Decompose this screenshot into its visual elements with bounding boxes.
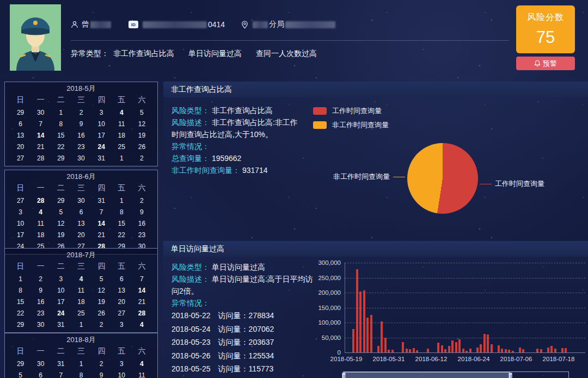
calendar-day[interactable]: 29 bbox=[10, 107, 30, 118]
calendar-day[interactable]: 18 bbox=[112, 129, 132, 141]
calendar-day[interactable]: 15 bbox=[112, 218, 132, 229]
calendar-day[interactable]: 4 bbox=[71, 273, 91, 284]
calendar-day[interactable]: 2 bbox=[71, 107, 91, 118]
calendar-day[interactable]: 6 bbox=[30, 369, 51, 378]
calendar-day[interactable]: 28 bbox=[30, 152, 51, 164]
calendar-day[interactable]: 2 bbox=[132, 152, 152, 164]
calendar-day[interactable]: 22 bbox=[112, 229, 132, 240]
calendar-day[interactable]: 5 bbox=[91, 273, 112, 284]
calendar-day[interactable]: 13 bbox=[112, 284, 132, 296]
datazoom-handle-left[interactable] bbox=[342, 373, 346, 378]
calendar-day[interactable]: 23 bbox=[71, 141, 91, 152]
calendar-day[interactable]: 16 bbox=[30, 296, 51, 307]
calendar-day[interactable]: 7 bbox=[132, 273, 152, 284]
calendar-day[interactable]: 6 bbox=[71, 206, 91, 218]
calendar-day[interactable]: 23 bbox=[132, 229, 152, 240]
calendar-day[interactable]: 31 bbox=[91, 195, 112, 206]
calendar-day[interactable]: 26 bbox=[91, 307, 112, 319]
calendar-day[interactable]: 5 bbox=[51, 206, 71, 218]
calendar-day[interactable]: 9 bbox=[30, 284, 51, 296]
calendar-day[interactable]: 1 bbox=[71, 358, 91, 369]
calendar-day[interactable]: 24 bbox=[91, 141, 112, 152]
calendar-day[interactable]: 21 bbox=[91, 229, 112, 240]
calendar-day[interactable]: 11 bbox=[112, 118, 132, 129]
calendar-day[interactable]: 2 bbox=[91, 319, 112, 330]
calendar-day[interactable]: 28 bbox=[132, 307, 152, 319]
calendar-day[interactable]: 12 bbox=[51, 218, 71, 229]
datazoom-selection[interactable] bbox=[344, 372, 510, 378]
calendar-day[interactable]: 27 bbox=[112, 307, 132, 319]
calendar-day[interactable]: 4 bbox=[132, 358, 152, 369]
alert-warning-button[interactable]: 预警 bbox=[516, 57, 575, 70]
calendar-day[interactable]: 31 bbox=[91, 152, 112, 164]
calendar-day[interactable]: 2 bbox=[91, 358, 112, 369]
calendar-day[interactable]: 30 bbox=[30, 107, 51, 118]
calendar-day[interactable]: 2 bbox=[132, 195, 152, 206]
calendar-day[interactable]: 1 bbox=[112, 152, 132, 164]
calendar-day[interactable]: 7 bbox=[30, 118, 51, 129]
calendar-day[interactable]: 4 bbox=[112, 107, 132, 118]
calendar-day[interactable]: 10 bbox=[51, 284, 71, 296]
calendar-day[interactable]: 29 bbox=[51, 195, 71, 206]
calendar-day[interactable]: 8 bbox=[112, 206, 132, 218]
calendar-day[interactable]: 1 bbox=[10, 273, 30, 284]
calendar-day[interactable]: 21 bbox=[132, 296, 152, 307]
calendar-day[interactable]: 14 bbox=[30, 129, 51, 141]
datazoom-slider[interactable] bbox=[343, 371, 569, 378]
calendar-day[interactable]: 29 bbox=[10, 358, 30, 369]
calendar-day[interactable]: 30 bbox=[71, 152, 91, 164]
legend-item-工作时间查询量[interactable]: 工作时间查询量 bbox=[313, 104, 389, 118]
calendar-day[interactable]: 2 bbox=[30, 273, 51, 284]
calendar-day[interactable]: 13 bbox=[10, 129, 30, 141]
calendar-day[interactable]: 27 bbox=[10, 195, 30, 206]
calendar-day[interactable]: 12 bbox=[132, 118, 152, 129]
calendar-day[interactable]: 19 bbox=[51, 229, 71, 240]
calendar-day[interactable]: 18 bbox=[71, 296, 91, 307]
calendar-day[interactable]: 30 bbox=[30, 319, 51, 330]
calendar-day[interactable]: 29 bbox=[51, 152, 71, 164]
calendar-day[interactable]: 16 bbox=[132, 218, 152, 229]
calendar-day[interactable]: 18 bbox=[30, 229, 51, 240]
calendar-day[interactable]: 3 bbox=[112, 358, 132, 369]
calendar-day[interactable]: 26 bbox=[132, 141, 152, 152]
calendar-day[interactable]: 12 bbox=[91, 284, 112, 296]
calendar-day[interactable]: 30 bbox=[30, 358, 51, 369]
calendar-day[interactable]: 17 bbox=[51, 296, 71, 307]
datazoom-handle-right[interactable] bbox=[509, 373, 512, 378]
calendar-day[interactable]: 14 bbox=[132, 284, 152, 296]
calendar-day[interactable]: 23 bbox=[30, 307, 51, 319]
calendar-day[interactable]: 4 bbox=[30, 206, 51, 218]
calendar-day[interactable]: 7 bbox=[91, 206, 112, 218]
calendar-day[interactable]: 15 bbox=[51, 129, 71, 141]
calendar-day[interactable]: 19 bbox=[132, 129, 152, 141]
calendar-day[interactable]: 28 bbox=[30, 195, 51, 206]
calendar-day[interactable]: 19 bbox=[91, 296, 112, 307]
calendar-day[interactable]: 14 bbox=[91, 218, 112, 229]
calendar-day[interactable]: 20 bbox=[71, 229, 91, 240]
calendar-day[interactable]: 3 bbox=[112, 319, 132, 330]
calendar-day[interactable]: 17 bbox=[10, 229, 30, 240]
calendar-day[interactable]: 7 bbox=[51, 369, 71, 378]
calendar-day[interactable]: 25 bbox=[112, 141, 132, 152]
calendar-day[interactable]: 13 bbox=[71, 218, 91, 229]
calendar-day[interactable]: 3 bbox=[91, 107, 112, 118]
calendar-day[interactable]: 10 bbox=[91, 118, 112, 129]
calendar-day[interactable]: 31 bbox=[51, 319, 71, 330]
calendar-day[interactable]: 10 bbox=[112, 369, 132, 378]
calendar-day[interactable]: 30 bbox=[71, 195, 91, 206]
calendar-day[interactable]: 9 bbox=[71, 118, 91, 129]
calendar-day[interactable]: 8 bbox=[10, 284, 30, 296]
calendar-day[interactable]: 22 bbox=[10, 307, 30, 319]
calendar-day[interactable]: 8 bbox=[51, 118, 71, 129]
calendar-day[interactable]: 16 bbox=[71, 129, 91, 141]
calendar-day[interactable]: 15 bbox=[10, 296, 30, 307]
calendar-day[interactable]: 8 bbox=[71, 369, 91, 378]
legend-item-非工作时间查询量[interactable]: 非工作时间查询量 bbox=[313, 118, 389, 132]
calendar-day[interactable]: 3 bbox=[51, 273, 71, 284]
calendar-day[interactable]: 5 bbox=[10, 369, 30, 378]
calendar-day[interactable]: 21 bbox=[30, 141, 51, 152]
calendar-day[interactable]: 4 bbox=[132, 319, 152, 330]
calendar-day[interactable]: 1 bbox=[71, 319, 91, 330]
calendar-day[interactable]: 11 bbox=[71, 284, 91, 296]
calendar-day[interactable]: 6 bbox=[10, 118, 30, 129]
